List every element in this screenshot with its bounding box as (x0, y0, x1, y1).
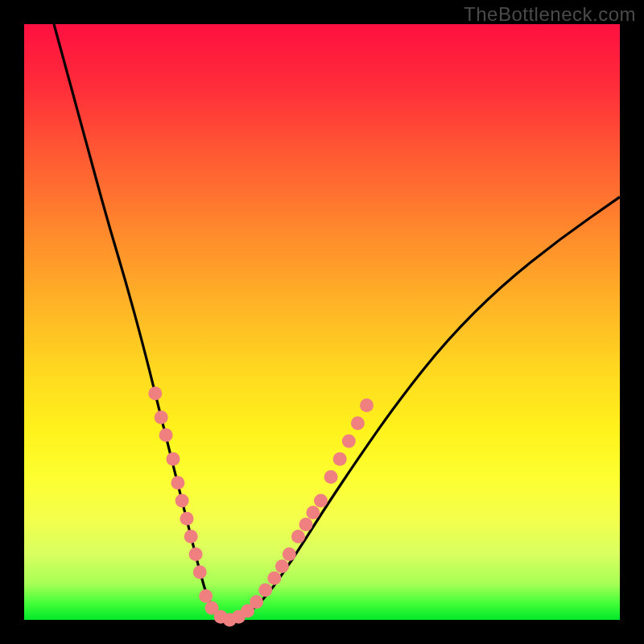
data-marker (148, 386, 162, 400)
data-marker (171, 476, 184, 489)
data-marker (155, 411, 168, 424)
data-marker (299, 518, 313, 531)
data-marker (360, 398, 374, 412)
watermark-text: TheBottleneck.com (464, 3, 636, 26)
data-marker (306, 506, 320, 519)
outer-frame: TheBottleneck.com (0, 0, 644, 644)
data-marker (333, 452, 347, 466)
bottleneck-curve (54, 24, 620, 620)
data-marker (184, 530, 198, 543)
data-marker (193, 565, 207, 579)
data-marker (258, 584, 272, 597)
data-marker (324, 470, 338, 484)
data-marker (189, 547, 203, 561)
chart-svg (24, 24, 620, 620)
data-marker (175, 494, 189, 508)
data-marker (283, 547, 296, 561)
data-marker (180, 512, 194, 526)
data-marker (314, 494, 328, 508)
chart-plot-area (24, 24, 620, 620)
data-marker (199, 589, 213, 603)
data-marker (159, 428, 173, 442)
data-marker (167, 452, 180, 466)
data-marker (342, 435, 356, 448)
data-marker (351, 416, 365, 430)
data-marker (267, 572, 281, 585)
marker-group (148, 386, 374, 626)
data-marker (275, 559, 289, 573)
data-marker (291, 530, 305, 543)
data-marker (250, 595, 263, 609)
